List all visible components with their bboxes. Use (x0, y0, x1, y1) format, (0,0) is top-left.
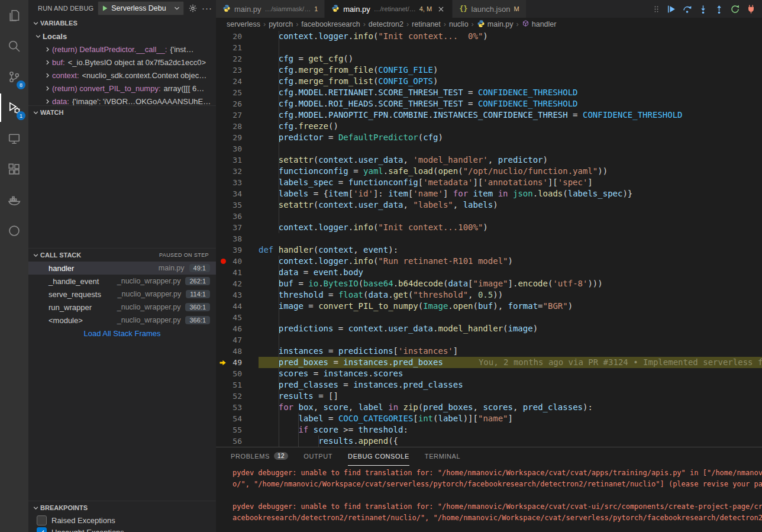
gutter[interactable]: 56 (216, 436, 259, 447)
gutter[interactable]: 29 (216, 132, 259, 143)
activity-item-docker[interactable] (0, 185, 28, 215)
gutter[interactable]: 36 (216, 211, 259, 222)
gutter[interactable]: 41 (216, 267, 259, 278)
step-over-button[interactable] (682, 4, 692, 14)
step-out-button[interactable] (714, 4, 724, 14)
stack-frame[interactable]: <module>_nuclio_wrapper.py366:1 (28, 314, 216, 327)
debug-config-dropdown[interactable]: Serverless Debu (98, 1, 184, 15)
breadcrumb-item[interactable]: retinanet (412, 20, 441, 28)
run-debug-sidebar: RUN AND DEBUG Serverless Debu ··· VARIAB… (28, 0, 216, 532)
watch-header[interactable]: WATCH (28, 105, 216, 119)
code-editor[interactable]: 20 context.logger.info("Init context... … (216, 31, 762, 447)
code-token: pred_classes (279, 380, 338, 389)
line-number: 43 (230, 291, 242, 299)
gutter[interactable]: 30 (216, 143, 259, 154)
breakpoints-header[interactable]: BREAKPOINTS (28, 501, 216, 514)
breadcrumb-item[interactable]: nuclio (449, 20, 469, 28)
step-into-button[interactable] (698, 4, 708, 14)
gutter[interactable]: 39 (216, 244, 259, 256)
variables-header[interactable]: VARIABLES (28, 17, 216, 30)
gutter[interactable]: 21 (216, 42, 259, 53)
gutter[interactable]: 52 (216, 391, 259, 402)
editor-tab[interactable]: {}launch.jsonM (453, 0, 526, 18)
gutter[interactable]: 45 (216, 312, 259, 323)
disconnect-button[interactable] (746, 4, 756, 14)
gutter[interactable]: 43 (216, 289, 259, 301)
gutter[interactable]: 51 (216, 379, 259, 391)
activity-item-source-control[interactable]: 8 (0, 62, 28, 92)
callstack-header[interactable]: CALL STACK PAUSED ON STEP (28, 248, 216, 262)
activity-item-search[interactable] (0, 31, 28, 62)
gutter[interactable]: 32 (216, 166, 259, 177)
gutter[interactable]: 55 (216, 424, 259, 436)
gutter[interactable]: 48 (216, 346, 259, 357)
gutter[interactable]: 24 (216, 76, 259, 87)
gutter[interactable]: 50 (216, 368, 259, 379)
gutter[interactable]: 37 (216, 222, 259, 233)
gutter[interactable]: 49 (216, 357, 259, 368)
breakpoint-row[interactable]: Raised Exceptions (28, 514, 216, 526)
activity-item-remote-explorer[interactable] (0, 123, 28, 154)
breadcrumb-item[interactable]: pytorch (269, 20, 293, 28)
stack-frame[interactable]: handlermain.py49:1 (28, 262, 216, 275)
stack-frame[interactable]: run_wrapper_nuclio_wrapper.py360:1 (28, 301, 216, 314)
restart-button[interactable] (730, 4, 740, 14)
variable-row[interactable]: (return) DefaultPredictor.__call__:{'ins… (28, 43, 216, 56)
panel-tab-debug-console[interactable]: DEBUG CONSOLE (348, 447, 409, 466)
continue-button[interactable] (666, 4, 676, 14)
close-icon[interactable] (437, 5, 445, 14)
gutter[interactable]: 44 (216, 301, 259, 312)
gutter[interactable]: 20 (216, 31, 259, 42)
panel-tab-terminal[interactable]: TERMINAL (425, 447, 460, 466)
breadcrumb-item[interactable]: handler (522, 20, 557, 29)
gutter[interactable]: 53 (216, 402, 259, 413)
gutter[interactable]: 23 (216, 65, 259, 76)
code-token: base64 (363, 279, 393, 288)
start-debug-icon[interactable] (101, 4, 109, 12)
variable-row[interactable]: (return) convert_PIL_to_numpy:array([[[ … (28, 82, 216, 95)
editor-tab[interactable]: main.py…/retinanet/…4, M (325, 0, 453, 18)
breakpoint-icon[interactable] (216, 256, 230, 267)
scope-locals[interactable]: Locals (28, 30, 216, 43)
gutter[interactable]: 38 (216, 233, 259, 244)
activity-item-test-explorer[interactable] (0, 215, 28, 246)
gutter[interactable]: 27 (216, 109, 259, 121)
more-actions-icon[interactable]: ··· (202, 5, 212, 11)
editor-tab[interactable]: main.py…/siammask/…1 (216, 0, 325, 18)
variable-row[interactable]: buf:<_io.BytesIO object at 0x7f5a2dc1ecc… (28, 56, 216, 69)
load-all-stack-frames-link[interactable]: Load All Stack Frames (28, 327, 216, 340)
gutter[interactable]: 34 (216, 188, 259, 199)
panel-tab-output[interactable]: OUTPUT (303, 447, 332, 466)
gutter[interactable]: 46 (216, 323, 259, 334)
activity-item-extensions[interactable] (0, 154, 28, 185)
variable-row[interactable]: data:{'image': 'iVBOR…OKGoAAAANSUhE… (28, 95, 216, 105)
variable-row[interactable]: context:<nuclio_sdk.context.Context obje… (28, 69, 216, 82)
debug-settings-gear-icon[interactable] (188, 4, 198, 13)
gutter[interactable]: 31 (216, 154, 259, 166)
gutter[interactable]: 22 (216, 53, 259, 65)
line-number: 39 (230, 246, 242, 254)
gutter[interactable]: 47 (216, 334, 259, 346)
checkbox[interactable] (37, 515, 47, 525)
gutter[interactable]: 40 (216, 256, 259, 267)
panel-tab-problems[interactable]: PROBLEMS12 (231, 447, 288, 466)
breadcrumb-item[interactable]: serverless (227, 20, 260, 28)
stack-frame[interactable]: _handle_event_nuclio_wrapper.py262:1 (28, 275, 216, 288)
gutter[interactable]: 28 (216, 121, 259, 132)
gutter[interactable]: 42 (216, 278, 259, 289)
gutter[interactable]: 54 (216, 413, 259, 424)
gutter[interactable]: 33 (216, 177, 259, 188)
gutter[interactable]: 35 (216, 199, 259, 211)
toolbar-grip-handle[interactable] (653, 4, 660, 14)
activity-item-explorer[interactable] (0, 0, 28, 31)
breadcrumb-item[interactable]: main.py (477, 20, 514, 30)
glyph-margin (216, 289, 230, 301)
activity-item-run-debug[interactable]: 1 (0, 92, 28, 123)
checkbox[interactable] (37, 527, 47, 532)
breadcrumb-item[interactable]: detectron2 (369, 20, 403, 28)
gutter[interactable]: 25 (216, 87, 259, 98)
gutter[interactable]: 26 (216, 98, 259, 109)
stack-frame[interactable]: serve_requests_nuclio_wrapper.py114:1 (28, 288, 216, 301)
breadcrumb-item[interactable]: facebookresearch (301, 20, 360, 28)
breakpoint-row[interactable]: Uncaught Exceptions (28, 526, 216, 532)
